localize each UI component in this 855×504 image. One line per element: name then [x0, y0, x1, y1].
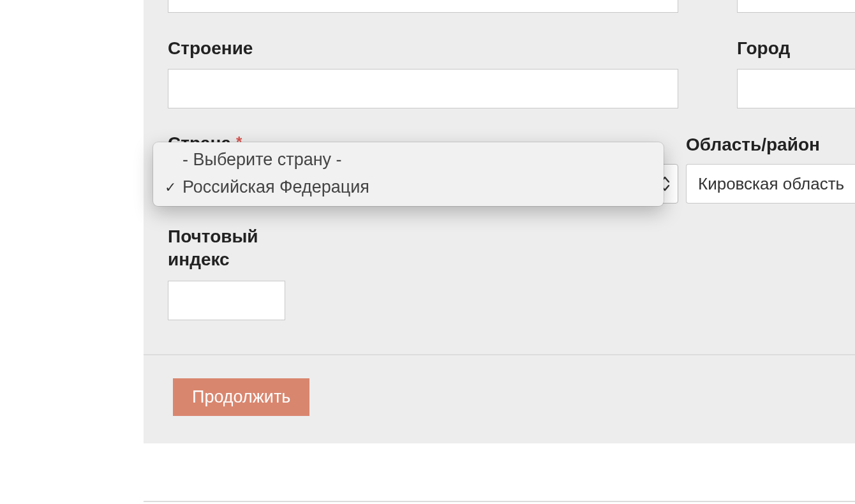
form-inner: Строение Город Страна * - Выберите стран… [144, 0, 855, 443]
country-dropdown[interactable]: - Выберите страну - ✓ Российская Федерац… [153, 142, 664, 206]
postal-input[interactable] [168, 281, 285, 320]
country-option-placeholder[interactable]: - Выберите страну - [153, 146, 664, 174]
country-option-label: - Выберите страну - [182, 147, 342, 172]
top-right-input-fragment[interactable] [737, 0, 855, 13]
page-bottom-divider [144, 501, 855, 502]
continue-button[interactable]: Продолжить [173, 378, 309, 416]
top-left-input-fragment[interactable] [168, 0, 678, 13]
city-input[interactable] [737, 69, 855, 108]
postal-label: Почтовый индекс [168, 225, 295, 272]
city-label: Город [737, 37, 790, 60]
country-option-russia[interactable]: ✓ Российская Федерация [153, 174, 664, 201]
building-input[interactable] [168, 69, 678, 108]
form-divider [144, 354, 855, 355]
building-label: Строение [168, 37, 253, 60]
check-icon: ✓ [165, 177, 182, 198]
region-label: Область/район [686, 133, 820, 156]
country-option-label: Российская Федерация [182, 175, 369, 200]
form-panel: Строение Город Страна * - Выберите стран… [144, 0, 855, 443]
region-input[interactable] [686, 164, 855, 204]
